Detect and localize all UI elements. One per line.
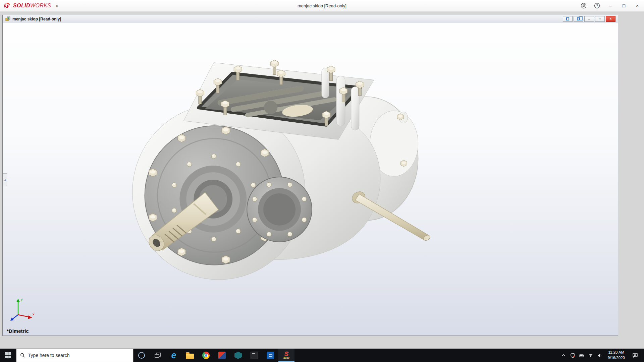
taskbar-app-3-button[interactable] bbox=[246, 349, 262, 362]
solidworks-brand: SOLIDWORKS bbox=[0, 2, 51, 9]
taskbar-app-3-icon bbox=[251, 352, 258, 359]
task-view-button[interactable] bbox=[150, 349, 166, 362]
doc-minimize-button[interactable]: – bbox=[584, 16, 594, 22]
tray-overflow-button[interactable] bbox=[559, 349, 568, 362]
triad-z-arrow-icon bbox=[10, 317, 14, 321]
network-wifi-icon bbox=[588, 353, 593, 358]
brand-text-light: WORKS bbox=[30, 3, 51, 8]
orientation-triad: y x bbox=[8, 296, 36, 322]
volume-icon bbox=[597, 353, 602, 358]
brand-text: SOLIDWORKS bbox=[13, 3, 51, 9]
taskbar-app-2-icon bbox=[234, 352, 242, 359]
taskbar-solidworks-button[interactable]: S 2020 bbox=[278, 349, 294, 362]
action-center-button[interactable] bbox=[628, 349, 642, 362]
chrome-icon bbox=[202, 352, 210, 359]
cortana-icon bbox=[138, 352, 145, 359]
clock-date: 9/16/2020 bbox=[608, 355, 625, 361]
featuremanager-collapse-tab[interactable]: ◂ bbox=[3, 173, 7, 186]
security-shield-icon bbox=[570, 353, 575, 358]
app-minimize-button[interactable]: – bbox=[604, 0, 617, 12]
help-glyph: ? bbox=[596, 4, 598, 8]
tray-volume-button[interactable] bbox=[595, 349, 604, 362]
taskbar-edge-button[interactable]: e bbox=[166, 349, 182, 362]
view-orientation-label: *Dimetric bbox=[7, 328, 29, 334]
doc-restore-button[interactable]: □ bbox=[595, 16, 605, 22]
triad-y-label: y bbox=[21, 297, 23, 301]
solidworks-app-icon: S bbox=[284, 351, 288, 357]
chevron-up-icon bbox=[561, 353, 566, 358]
clock-time: 11:20 AM bbox=[608, 350, 625, 355]
taskbar-chrome-button[interactable] bbox=[198, 349, 214, 362]
taskbar-app-1-button[interactable] bbox=[214, 349, 230, 362]
taskbar-app-4-button[interactable] bbox=[262, 349, 278, 362]
task-view-icon bbox=[154, 352, 161, 359]
taskbar-clock[interactable]: 11:20 AM 9/16/2020 bbox=[604, 349, 628, 362]
app-window-title: menjac sklop [Read-only] bbox=[0, 3, 644, 8]
windows-logo-icon bbox=[5, 352, 11, 358]
account-button[interactable] bbox=[577, 0, 590, 12]
tray-network-button[interactable] bbox=[586, 349, 595, 362]
windows-taskbar: e S 2020 bbox=[0, 349, 644, 362]
graphics-viewport[interactable]: y x *Dimetric ◂ bbox=[3, 23, 618, 336]
document-window: menjac sklop [Read-only] – □ × bbox=[2, 15, 618, 336]
secondary-cover[interactable] bbox=[247, 177, 312, 242]
cortana-button[interactable] bbox=[133, 349, 150, 362]
doc-close-button[interactable]: × bbox=[606, 16, 615, 22]
tray-battery-button[interactable] bbox=[577, 349, 586, 362]
document-titlebar[interactable]: menjac sklop [Read-only] – □ × bbox=[3, 15, 618, 23]
solidworks-year-badge: 2020 bbox=[283, 357, 289, 359]
assembly-document-icon bbox=[5, 16, 11, 22]
edge-icon: e bbox=[171, 351, 176, 360]
menu-flyout-arrow-icon[interactable]: ▸ bbox=[54, 2, 60, 9]
solidworks-logo-icon bbox=[3, 2, 11, 9]
app-restore-button[interactable]: □ bbox=[617, 0, 631, 12]
taskbar-app-4-icon bbox=[267, 352, 274, 359]
app-close-button[interactable]: × bbox=[631, 0, 644, 12]
battery-icon bbox=[579, 353, 585, 358]
show-desktop-button[interactable] bbox=[642, 349, 644, 362]
doc-layout-button-2[interactable] bbox=[574, 16, 583, 22]
triad-x-arrow-icon bbox=[28, 315, 32, 319]
search-input[interactable] bbox=[28, 353, 129, 358]
gearbox-3d-model[interactable] bbox=[3, 23, 618, 336]
taskbar-app-1-icon bbox=[218, 352, 226, 359]
action-center-icon bbox=[632, 353, 638, 358]
triad-x-label: x bbox=[33, 312, 35, 316]
app-titlebar: SOLIDWORKS ▸ menjac sklop [Read-only] ? … bbox=[0, 0, 644, 12]
layout-cascade-icon bbox=[577, 17, 580, 20]
brand-text-bold: SOLID bbox=[13, 3, 30, 8]
doc-layout-button-1[interactable] bbox=[563, 16, 573, 22]
taskbar-app-2-button[interactable] bbox=[230, 349, 246, 362]
file-explorer-icon bbox=[186, 354, 194, 359]
search-icon bbox=[20, 353, 25, 358]
triad-y-arrow-icon bbox=[16, 299, 20, 302]
start-button[interactable] bbox=[0, 349, 16, 362]
help-button[interactable]: ? bbox=[590, 0, 604, 12]
account-icon bbox=[581, 3, 587, 9]
taskbar-file-explorer-button[interactable] bbox=[182, 349, 198, 362]
layout-square-icon bbox=[566, 17, 569, 20]
document-title: menjac sklop [Read-only] bbox=[12, 17, 61, 21]
tray-security-button[interactable] bbox=[568, 349, 577, 362]
taskbar-search-box[interactable] bbox=[16, 349, 133, 362]
help-icon: ? bbox=[594, 3, 600, 9]
system-tray: 11:20 AM 9/16/2020 bbox=[559, 349, 644, 362]
